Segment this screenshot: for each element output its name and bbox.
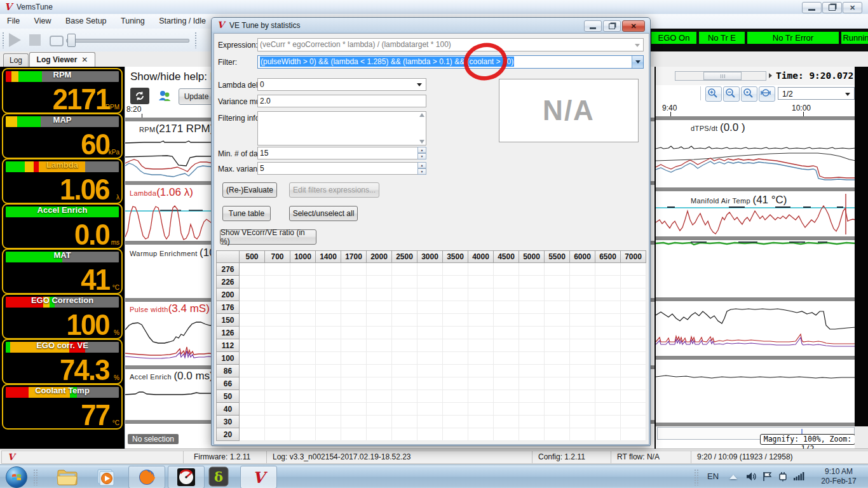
scroll-up-icon[interactable] <box>419 113 424 117</box>
ve-cell[interactable] <box>417 327 443 339</box>
ve-cell[interactable] <box>595 276 621 288</box>
taskbar-explorer-button[interactable] <box>56 468 79 488</box>
ve-cell[interactable] <box>316 377 341 390</box>
ve-cell[interactable] <box>443 339 468 352</box>
ve-cell[interactable] <box>443 263 468 276</box>
ve-cell[interactable] <box>392 428 417 441</box>
ve-cell[interactable] <box>240 403 265 416</box>
ve-cell[interactable] <box>621 263 646 276</box>
ve-cell[interactable] <box>570 327 595 339</box>
menu-base-setup[interactable]: Base Setup <box>60 14 112 28</box>
dialog-close-button[interactable]: ✕ <box>622 20 645 32</box>
ve-cell[interactable] <box>316 327 341 339</box>
ve-cell[interactable] <box>240 428 265 441</box>
toolbar-grip[interactable] <box>2 32 5 48</box>
max-variance-stepper[interactable]: ▲▼ <box>417 162 426 175</box>
ve-cell[interactable] <box>545 352 570 365</box>
ve-cell[interactable] <box>417 365 443 377</box>
ve-cell[interactable] <box>443 276 468 288</box>
ve-cell[interactable] <box>443 390 468 403</box>
ve-cell[interactable] <box>494 314 519 327</box>
ve-cell[interactable] <box>316 314 341 327</box>
tray-power-icon[interactable] <box>778 471 789 484</box>
ve-cell[interactable] <box>290 416 316 428</box>
ve-cell[interactable] <box>367 301 392 314</box>
rpm-column-header[interactable]: 4000 <box>468 250 494 263</box>
ve-cell[interactable] <box>240 365 265 377</box>
ve-cell[interactable] <box>367 352 392 365</box>
menu-starting-idle[interactable]: Starting / Idle <box>153 14 212 28</box>
ve-cell[interactable] <box>545 390 570 403</box>
tune-table-button[interactable]: Tune table <box>222 206 271 221</box>
ve-cell[interactable] <box>417 390 443 403</box>
ve-cell[interactable] <box>290 301 316 314</box>
edit-filters-button[interactable]: Edit filters expressions... <box>289 182 379 198</box>
ve-cell[interactable] <box>468 339 494 352</box>
ve-cell[interactable] <box>392 352 417 365</box>
ve-cell[interactable] <box>392 416 417 428</box>
ve-cell[interactable] <box>417 288 443 301</box>
menu-file[interactable]: File <box>1 14 25 28</box>
ve-cell[interactable] <box>621 314 646 327</box>
zoom-fit-button[interactable] <box>759 86 775 102</box>
ve-cell[interactable] <box>392 276 417 288</box>
ve-cell[interactable] <box>570 352 595 365</box>
ve-cell[interactable] <box>367 365 392 377</box>
stepper-up-icon[interactable]: ▲ <box>417 147 426 153</box>
stepper-down-icon[interactable]: ▼ <box>417 168 426 175</box>
rpm-column-header[interactable]: 4500 <box>494 250 519 263</box>
map-row-header[interactable]: 66 <box>216 377 240 390</box>
zoom-level-select[interactable]: 1/2 <box>778 87 855 100</box>
ve-cell[interactable] <box>443 428 468 441</box>
map-row-header[interactable]: 30 <box>216 416 240 428</box>
ve-cell[interactable] <box>545 301 570 314</box>
ve-cell[interactable] <box>545 314 570 327</box>
ve-cell[interactable] <box>265 339 290 352</box>
ve-cell[interactable] <box>443 301 468 314</box>
ve-cell[interactable] <box>341 428 367 441</box>
ve-cell[interactable] <box>316 390 341 403</box>
start-button[interactable] <box>6 466 27 488</box>
scrollbar-thumb[interactable] <box>703 72 742 80</box>
zoom-reset-button[interactable] <box>741 86 757 102</box>
scroll-right-icon[interactable] <box>769 73 772 78</box>
ve-cell[interactable] <box>367 339 392 352</box>
ve-cell[interactable] <box>265 390 290 403</box>
stepper-down-icon[interactable]: ▼ <box>417 153 426 159</box>
ve-cell[interactable] <box>341 263 367 276</box>
tray-network-icon[interactable] <box>793 471 804 484</box>
ve-cell[interactable] <box>621 416 646 428</box>
ve-cell[interactable] <box>240 288 265 301</box>
ve-cell[interactable] <box>519 428 545 441</box>
ve-cell[interactable] <box>570 403 595 416</box>
ve-cell[interactable] <box>316 365 341 377</box>
ve-cell[interactable] <box>519 263 545 276</box>
ve-cell[interactable] <box>443 352 468 365</box>
ve-cell[interactable] <box>595 377 621 390</box>
ve-cell[interactable] <box>468 352 494 365</box>
ve-cell[interactable] <box>595 339 621 352</box>
rpm-column-header[interactable]: 500 <box>240 250 265 263</box>
ve-cell[interactable] <box>519 390 545 403</box>
ve-cell[interactable] <box>468 314 494 327</box>
stop-icon[interactable] <box>29 34 41 46</box>
ve-cell[interactable] <box>519 416 545 428</box>
ve-cell[interactable] <box>265 314 290 327</box>
ve-cell[interactable] <box>265 263 290 276</box>
ve-cell[interactable] <box>240 416 265 428</box>
ve-cell[interactable] <box>494 377 519 390</box>
ve-cell[interactable] <box>443 365 468 377</box>
lambda-chart[interactable] <box>125 200 214 241</box>
ve-cell[interactable] <box>468 377 494 390</box>
ve-cell[interactable] <box>519 288 545 301</box>
rpm-column-header[interactable]: 5000 <box>519 250 545 263</box>
ve-cell[interactable] <box>265 403 290 416</box>
ve-cell[interactable] <box>545 377 570 390</box>
ve-cell[interactable] <box>240 314 265 327</box>
ve-cell[interactable] <box>570 377 595 390</box>
ve-cell[interactable] <box>341 327 367 339</box>
ve-cell[interactable] <box>265 301 290 314</box>
min-data-stepper[interactable]: ▲▼ <box>417 147 426 159</box>
ve-cell[interactable] <box>570 365 595 377</box>
ve-cell[interactable] <box>392 390 417 403</box>
